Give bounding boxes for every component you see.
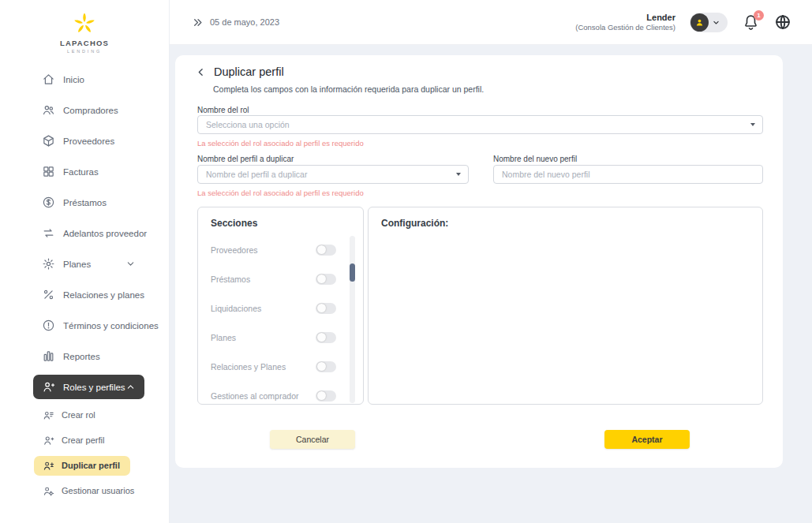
sidebar-item-adelantos-proveedor[interactable]: Adelantos proveedor (0, 218, 169, 248)
cube-icon (42, 134, 55, 148)
profile-to-duplicate-select[interactable]: Nombre del perfil a duplicar (197, 165, 469, 184)
topbar-actions: Lender (Consola Gestión de Clientes) 1 (575, 13, 791, 32)
sidebar-item-label: Términos y condiciones (63, 321, 159, 331)
new-profile-label: Nombre del nuevo perfil (493, 155, 577, 163)
transfer-arrows-icon (42, 226, 55, 240)
current-date: 05 de mayo, 2023 (210, 17, 279, 27)
section-row: Planes (211, 323, 336, 352)
sidebar-item-relaciones-y-planes[interactable]: Relaciones y planes (0, 279, 169, 310)
user-menu[interactable] (690, 13, 728, 32)
user-plus-icon (43, 435, 54, 446)
role-select-placeholder: Selecciona una opción (206, 120, 290, 129)
section-label: Liquidaciones (211, 304, 261, 313)
section-toggle[interactable] (316, 303, 336, 314)
avatar (690, 13, 709, 32)
sidebar-item-crear-perfil[interactable]: Crear perfil (0, 428, 169, 453)
section-toggle[interactable] (316, 274, 336, 285)
profile-to-duplicate-error: La selección del rol asociado al perfil … (197, 189, 364, 197)
brand-name: LAPACHOS (0, 39, 169, 47)
back-button[interactable] (196, 67, 206, 77)
role-error: La selección del rol asociado al perfil … (197, 139, 364, 148)
sidebar-subnav: Crear rol Crear perfil Duplicar perfil G… (0, 402, 169, 503)
section-toggle[interactable] (316, 361, 336, 372)
sidebar-item-duplicar-perfil[interactable]: Duplicar perfil (0, 453, 169, 478)
sidebar-item-label: Proveedores (63, 136, 114, 146)
sidebar-item-crear-rol[interactable]: Crear rol (0, 402, 169, 428)
sidebar-item-proveedores[interactable]: Proveedores (0, 125, 169, 156)
sidebar-item-gestionar-usuarios[interactable]: Gestionar usuarios (0, 478, 169, 503)
scrollbar-thumb[interactable] (350, 263, 355, 282)
sections-list: Proveedores Préstamos Liquidaciones Plan… (198, 235, 363, 410)
section-row: Gestiones al comprador (211, 381, 336, 410)
double-chevron-right-icon[interactable] (193, 17, 203, 28)
user-info: Lender (Consola Gestión de Clientes) (575, 13, 675, 32)
page-subtitle: Completa los campos con la información r… (213, 84, 484, 94)
breadcrumb: 05 de mayo, 2023 (193, 17, 279, 28)
section-toggle[interactable] (316, 390, 336, 402)
dollar-circle-icon (42, 196, 55, 209)
user-name: Lender (575, 13, 675, 23)
section-toggle[interactable] (316, 245, 336, 256)
sidebar-item-label: Roles y perfiles (63, 383, 125, 392)
new-profile-input[interactable] (493, 165, 763, 184)
grid-icon (42, 165, 55, 178)
gear-icon (42, 257, 55, 271)
sidebar-item-label: Duplicar perfil (62, 461, 120, 470)
language-button[interactable] (774, 13, 791, 31)
sidebar-item-label: Adelantos proveedor (63, 229, 147, 238)
caret-down-icon (456, 173, 461, 176)
sidebar-item-label: Gestionar usuarios (62, 486, 134, 495)
sidebar-item-label: Inicio (63, 75, 84, 84)
user-avatar-icon (694, 17, 705, 28)
sidebar-item-label: Reportes (63, 352, 100, 361)
scrollbar-track (350, 236, 355, 403)
sidebar-item-label: Planes (63, 260, 91, 269)
section-row: Préstamos (211, 264, 336, 293)
sidebar-item-facturas[interactable]: Facturas (0, 156, 169, 187)
notification-badge: 1 (754, 10, 764, 21)
sidebar-item-label: Compradores (63, 106, 118, 115)
sections-panel-title: Secciones (198, 207, 363, 235)
sidebar-item-inicio[interactable]: Inicio (0, 64, 169, 95)
topbar: 05 de mayo, 2023 Lender (Consola Gestión… (170, 0, 812, 45)
section-label: Planes (211, 333, 236, 342)
brand-logo: LAPACHOS LENDING (0, 0, 169, 54)
sidebar: LAPACHOS LENDING Inicio Compradores Prov… (0, 0, 170, 523)
profile-to-duplicate-label: Nombre del perfil a duplicar (197, 155, 294, 163)
section-label: Relaciones y Planes (211, 362, 286, 372)
user-plus-icon (42, 380, 55, 394)
section-toggle[interactable] (316, 332, 336, 343)
configuration-panel: Configuración: (368, 207, 763, 405)
bar-chart-icon (42, 349, 55, 363)
lapachos-flower-icon (0, 10, 169, 37)
page-title: Duplicar perfil (214, 65, 284, 78)
section-label: Préstamos (211, 275, 250, 284)
sidebar-item-reportes[interactable]: Reportes (0, 341, 169, 372)
alert-circle-icon (42, 319, 55, 332)
duplicate-profile-card: Duplicar perfil Completa los campos con … (175, 55, 783, 468)
sidebar-item-planes[interactable]: Planes (0, 248, 169, 279)
profile-to-duplicate-placeholder: Nombre del perfil a duplicar (206, 170, 307, 179)
section-label: Proveedores (211, 245, 258, 255)
sidebar-item-label: Relaciones y planes (63, 290, 144, 300)
sidebar-item-t-rminos-y-condiciones[interactable]: Términos y condiciones (0, 310, 169, 341)
accept-button[interactable]: Aceptar (604, 430, 690, 449)
user-list-icon (43, 409, 54, 421)
role-select[interactable]: Selecciona una opción (197, 115, 763, 134)
cancel-button[interactable]: Cancelar (270, 430, 355, 449)
sidebar-item-label: Crear perfil (62, 435, 104, 445)
section-row: Proveedores (211, 235, 336, 264)
home-icon (42, 73, 55, 86)
sections-panel: Secciones Proveedores Préstamos Liquidac… (197, 207, 364, 405)
section-label: Gestiones al comprador (211, 391, 298, 401)
sidebar-item-pr-stamos[interactable]: Préstamos (0, 187, 169, 218)
notifications-button[interactable]: 1 (742, 13, 760, 32)
section-row: Liquidaciones (211, 293, 336, 323)
chevron-up-icon (126, 383, 135, 391)
section-row: Relaciones y Planes (211, 352, 336, 381)
user-duplicate-icon (43, 460, 54, 472)
sidebar-item-roles-y-perfiles[interactable]: Roles y perfiles (0, 372, 169, 402)
sidebar-item-compradores[interactable]: Compradores (0, 95, 169, 125)
sidebar-item-label: Préstamos (63, 198, 107, 207)
sidebar-nav: Inicio Compradores Proveedores Facturas … (0, 64, 169, 402)
